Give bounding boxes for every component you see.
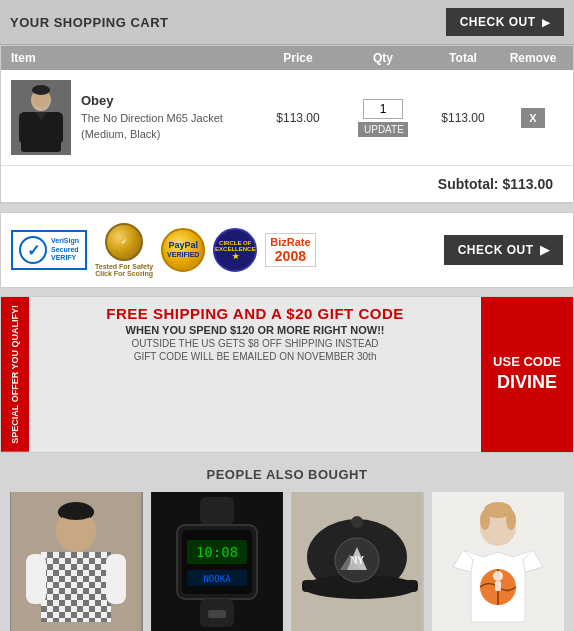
recommendation-image-money — [10, 492, 143, 631]
remove-button[interactable]: X — [521, 108, 545, 128]
cart-title: YOUR SHOPPING CART — [10, 15, 169, 30]
recommendation-item-tshirt[interactable]: Undrcrwn — [432, 492, 565, 631]
svg-point-47 — [506, 510, 516, 530]
remove-column: X — [503, 108, 563, 128]
svg-text:NOOKA: NOOKA — [203, 574, 231, 584]
promo-headline: FREE SHIPPING AND A $20 GIFT CODE — [39, 305, 471, 322]
trust-badges: ✓ VeriSign Secured VERIFY ✓ Tested For S… — [11, 223, 436, 277]
table-row: Obey The No Direction M65 Jacket(Medium,… — [1, 70, 573, 166]
checkout-label-trust: CHECK OUT — [458, 243, 534, 257]
people-also-bought-section: PEOPLE ALSO BOUGHT — [0, 457, 574, 631]
people-grid: Money 10:08 NOOKA — [10, 492, 564, 631]
promo-fine1: OUTSIDE THE US GETS $8 OFF SHIPPING INST… — [39, 338, 471, 349]
svg-point-33 — [351, 516, 363, 528]
svg-rect-5 — [53, 113, 63, 143]
svg-rect-28 — [208, 610, 226, 618]
subtotal-amount: $113.00 — [502, 176, 553, 192]
subtotal-label: Subtotal: — [438, 176, 499, 192]
bizrate-year: 2008 — [275, 248, 306, 264]
qty-wrapper: UPDATE — [343, 99, 423, 137]
checkout-arrow-top: ▶ — [542, 17, 551, 28]
people-section-title: PEOPLE ALSO BOUGHT — [10, 467, 564, 482]
recommendation-item-watches[interactable]: 10:08 NOOKA Nooka Watches — [151, 492, 284, 631]
checkout-arrow-trust: ▶ — [540, 243, 550, 257]
qty-input[interactable] — [363, 99, 403, 119]
promo-fine2: GIFT CODE WILL BE EMAILED ON NOVEMBER 30… — [39, 351, 471, 362]
recommendation-image-watches: 10:08 NOOKA — [151, 492, 284, 631]
item-name: Obey — [81, 93, 223, 108]
col-header-total: Total — [423, 51, 503, 65]
promo-code-label: USE CODE — [493, 354, 561, 371]
col-header-qty: Qty — [343, 51, 423, 65]
svg-point-42 — [493, 571, 503, 581]
update-button[interactable]: UPDATE — [358, 122, 408, 137]
svg-rect-11 — [41, 552, 111, 622]
paypal-seal-icon: PayPal VERIFIED — [161, 228, 205, 272]
paypal-badge[interactable]: PayPal VERIFIED — [161, 228, 205, 272]
checkout-button-top[interactable]: CHECK OUT ▶ — [446, 8, 564, 36]
safety-text: Tested For Safety Click For Scoring — [95, 263, 153, 277]
verisign-check-icon: ✓ — [19, 236, 47, 264]
col-header-remove: Remove — [503, 51, 563, 65]
promo-tag: SPECIAL OFFER YOU QUALIFY! — [1, 297, 29, 452]
svg-rect-43 — [495, 581, 501, 591]
checkout-label-top: CHECK OUT — [460, 15, 536, 29]
svg-point-46 — [480, 510, 490, 530]
safety-medal-icon: ✓ — [105, 223, 143, 261]
recommendation-item-cap[interactable]: NY Frank Distro League — [291, 492, 424, 631]
cart-table: Item Price Qty Total Remove — [0, 45, 574, 204]
circle-badge[interactable]: CIRCLE OF EXCELLENCE ★ — [213, 228, 257, 272]
cart-header: YOUR SHOPPING CART CHECK OUT ▶ — [0, 0, 574, 45]
svg-text:10:08: 10:08 — [196, 544, 238, 560]
item-total: $113.00 — [423, 111, 503, 125]
item-info: Obey The No Direction M65 Jacket(Medium,… — [81, 93, 223, 142]
recommendation-image-tshirt — [432, 492, 565, 631]
bizrate-logo: BizRate — [270, 236, 310, 248]
svg-rect-15 — [106, 554, 126, 604]
col-header-item: Item — [11, 51, 253, 65]
promo-banner: SPECIAL OFFER YOU QUALIFY! FREE SHIPPING… — [0, 296, 574, 453]
promo-sub: WHEN YOU SPEND $120 OR MORE RIGHT NOW!! — [39, 324, 471, 336]
svg-rect-14 — [26, 554, 46, 604]
svg-point-18 — [58, 504, 94, 520]
circle-seal-icon: CIRCLE OF EXCELLENCE ★ — [213, 228, 257, 272]
recommendation-item-money[interactable]: Money — [10, 492, 143, 631]
trust-section: ✓ VeriSign Secured VERIFY ✓ Tested For S… — [0, 212, 574, 288]
verisign-badge[interactable]: ✓ VeriSign Secured VERIFY — [11, 230, 87, 270]
promo-code: DIVINE — [497, 371, 557, 394]
item-image — [11, 80, 71, 155]
checkout-button-trust[interactable]: CHECK OUT ▶ — [444, 235, 563, 265]
verisign-text: VeriSign Secured VERIFY — [51, 237, 79, 262]
svg-rect-4 — [19, 113, 29, 143]
cart-column-headers: Item Price Qty Total Remove — [1, 46, 573, 70]
svg-rect-20 — [200, 497, 234, 525]
col-header-price: Price — [253, 51, 343, 65]
item-price: $113.00 — [253, 111, 343, 125]
qty-column: UPDATE — [343, 99, 423, 137]
svg-point-7 — [32, 85, 50, 95]
item-description: The No Direction M65 Jacket(Medium, Blac… — [81, 111, 223, 142]
promo-code-block: USE CODE DIVINE — [481, 297, 573, 452]
bizrate-badge[interactable]: BizRate 2008 — [265, 233, 315, 267]
promo-main: FREE SHIPPING AND A $20 GIFT CODE WHEN Y… — [29, 297, 481, 452]
safety-badge[interactable]: ✓ Tested For Safety Click For Scoring — [95, 223, 153, 277]
item-column: Obey The No Direction M65 Jacket(Medium,… — [11, 80, 253, 155]
subtotal-row: Subtotal: $113.00 — [1, 166, 573, 203]
recommendation-image-cap: NY — [291, 492, 424, 631]
